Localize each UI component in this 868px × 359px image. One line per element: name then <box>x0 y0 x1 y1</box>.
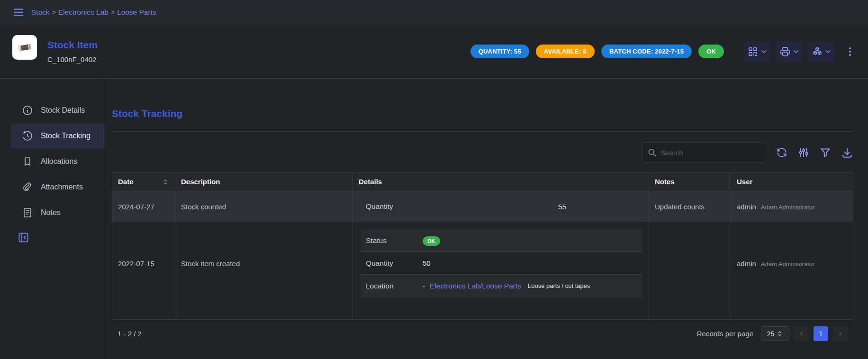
records-per-page-label: Records per page <box>697 330 753 338</box>
batch-code-badge: BATCH CODE: 2022-7-15 <box>601 45 692 58</box>
paperclip-icon <box>22 181 33 193</box>
cell-date: 2022-07-15 <box>112 222 175 319</box>
sidebar-item-label: Stock Tracking <box>41 132 90 140</box>
stock-operations-button[interactable] <box>808 41 835 62</box>
sidebar-item-allocations[interactable]: Allocations <box>11 149 104 174</box>
table-toolbar <box>112 143 853 162</box>
details-table: Quantity 55 <box>361 196 642 218</box>
cell-details: Status OK Quantity 50 Location - <box>353 222 649 319</box>
cell-user: admin Adam Administrator <box>731 222 853 319</box>
details-row-quantity: Quantity 50 <box>361 252 642 275</box>
location-link[interactable]: Electronics Lab/Loose Parts <box>430 282 521 290</box>
quantity-badge: QUANTITY: 55 <box>470 45 529 58</box>
sidebar-item-label: Attachments <box>41 183 83 191</box>
part-thumbnail[interactable] <box>12 35 37 60</box>
location-description: Loose parts / cut tapes <box>528 282 590 289</box>
header-actions <box>744 41 856 62</box>
print-actions-button[interactable] <box>776 41 803 62</box>
capacitor-image <box>15 38 34 57</box>
breadcrumb: Stock > Electronics Lab > Loose Parts <box>31 8 156 17</box>
selector-icon <box>776 330 783 337</box>
cell-date: 2024-07-27 <box>112 191 175 222</box>
record-range-label: 1 - 2 / 2 <box>118 330 142 338</box>
page-title: Stock Item <box>47 39 98 51</box>
column-header-details[interactable]: Details <box>353 172 649 191</box>
bookmark-icon <box>22 156 33 167</box>
packages-icon <box>812 46 823 57</box>
stock-tracking-table: Date Description Details Notes User 2024… <box>112 172 853 348</box>
username: admin <box>737 203 756 211</box>
qrcode-icon <box>747 46 759 57</box>
chevron-down-icon <box>760 48 768 55</box>
sidebar-item-stock-details[interactable]: Stock Details <box>11 98 104 123</box>
table-header-row: Date Description Details Notes User <box>112 172 853 191</box>
sort-icon[interactable] <box>162 178 169 186</box>
chevron-left-icon <box>798 330 805 337</box>
sidebar-item-label: Allocations <box>41 157 77 166</box>
status-badges: QUANTITY: 55 AVAILABLE: 5 BATCH CODE: 20… <box>470 45 724 58</box>
chevron-right-icon <box>837 330 844 337</box>
barcode-actions-button[interactable] <box>744 41 770 62</box>
quantity-value: 55 <box>423 203 642 211</box>
cell-description: Stock counted <box>175 191 353 222</box>
sidebar-item-attachments[interactable]: Attachments <box>11 174 104 200</box>
kebab-menu-icon[interactable] <box>844 45 856 58</box>
search-input[interactable] <box>660 149 755 157</box>
location-dash: - <box>423 282 425 290</box>
quantity-value: 50 <box>423 259 642 267</box>
search-box[interactable] <box>642 143 766 162</box>
available-badge: AVAILABLE: 5 <box>536 45 595 58</box>
table-footer: 1 - 2 / 2 Records per page 25 <box>112 319 853 348</box>
cell-notes <box>649 222 731 319</box>
topbar: Stock > Electronics Lab > Loose Parts <box>0 0 868 25</box>
user-fullname: Adam Administrator <box>761 204 814 211</box>
hamburger-menu-icon[interactable] <box>12 6 25 18</box>
details-table: Status OK Quantity 50 Location - <box>361 229 642 297</box>
breadcrumb-electronics-lab[interactable]: Electronics Lab <box>58 8 108 17</box>
chevron-down-icon <box>824 48 832 55</box>
cell-description: Stock item created <box>175 222 353 319</box>
column-header-description[interactable]: Description <box>175 172 353 191</box>
printer-icon <box>779 46 791 57</box>
sidebar-item-notes[interactable]: Notes <box>11 200 104 225</box>
table-row[interactable]: 2024-07-27 Stock counted Quantity 55 Upd… <box>112 191 853 222</box>
collapse-sidebar-icon[interactable] <box>17 231 30 244</box>
refresh-icon[interactable] <box>776 146 788 159</box>
page-header: Stock Item C_100nF_0402 QUANTITY: 55 AVA… <box>0 25 868 79</box>
chevron-down-icon <box>792 48 800 55</box>
download-icon[interactable] <box>841 146 853 159</box>
column-header-notes[interactable]: Notes <box>649 172 731 191</box>
pagination-controls: Records per page 25 1 <box>697 326 848 341</box>
table-row[interactable]: 2022-07-15 Stock item created Status OK … <box>112 222 853 319</box>
details-row-quantity: Quantity 55 <box>361 196 642 218</box>
search-icon <box>647 148 657 157</box>
breadcrumb-stock[interactable]: Stock <box>31 8 50 17</box>
sidebar-item-label: Notes <box>41 208 61 217</box>
breadcrumb-separator: > <box>108 9 117 16</box>
sidebar: Stock Details Stock Tracking Allocations <box>0 79 104 359</box>
status-ok-pill: OK <box>423 236 440 246</box>
status-ok-badge: OK <box>698 45 724 58</box>
filter-icon[interactable] <box>819 146 832 159</box>
section-divider <box>112 131 853 132</box>
main-panel: Stock Tracking <box>104 79 868 359</box>
next-page-button[interactable] <box>833 326 848 341</box>
page-1-button[interactable]: 1 <box>814 326 828 341</box>
breadcrumb-separator: > <box>50 9 58 16</box>
breadcrumb-loose-parts[interactable]: Loose Parts <box>117 8 156 17</box>
column-header-user[interactable]: User <box>731 172 853 191</box>
previous-page-button[interactable] <box>794 326 809 341</box>
user-fullname: Adam Administrator <box>761 260 814 268</box>
title-block: Stock Item C_100nF_0402 <box>47 39 98 63</box>
sidebar-item-label: Stock Details <box>41 106 85 115</box>
column-header-date[interactable]: Date <box>112 172 175 191</box>
records-per-page-select[interactable]: 25 <box>761 326 789 341</box>
details-row-status: Status OK <box>361 229 642 252</box>
username: admin <box>737 260 756 268</box>
sidebar-item-stock-tracking[interactable]: Stock Tracking <box>11 123 104 149</box>
cell-notes: Updated counts <box>649 191 731 222</box>
notes-icon <box>22 207 33 218</box>
stock-item-page: Stock > Electronics Lab > Loose Parts St… <box>0 0 868 359</box>
adjustments-icon[interactable] <box>797 146 810 159</box>
cell-user: admin Adam Administrator <box>731 191 853 222</box>
